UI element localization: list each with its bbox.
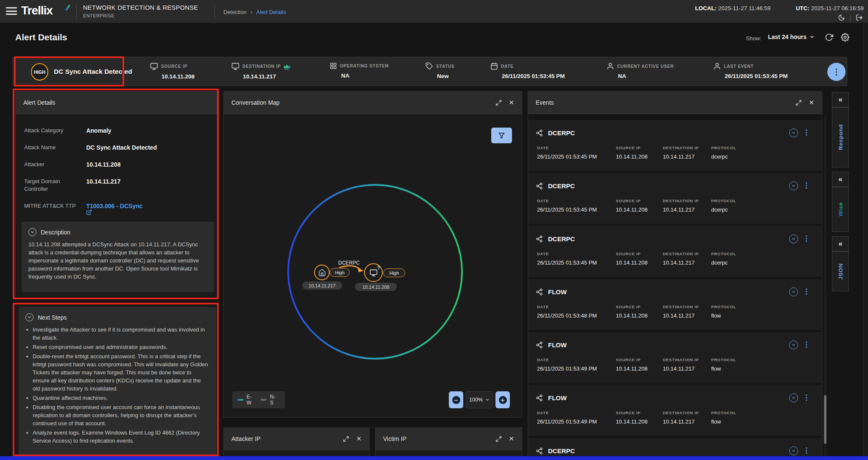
hamburger-menu-icon[interactable] [6, 7, 17, 16]
utc-time: UTC: 2025-11-27 06:16:59 [796, 5, 864, 11]
panel-title: Attacker IP [231, 435, 260, 442]
zoom-out-button[interactable]: − [449, 391, 463, 408]
alert-actions-menu-button[interactable]: ⋮ [827, 63, 846, 81]
mitre-ttp-link[interactable]: T1003.006 - DCSync [86, 203, 142, 215]
node-severity-badge: High [330, 268, 350, 277]
respond-tab-label: Respond [837, 124, 844, 150]
settings-gear-icon[interactable] [841, 33, 849, 42]
next-step-item: Analyze event logs. Examine Windows Even… [33, 429, 209, 445]
event-menu-icon[interactable]: ⋮ [803, 287, 810, 296]
legend-ns-label: N-S [270, 394, 278, 406]
chevron-down-icon [810, 34, 815, 39]
host-icon [150, 62, 158, 70]
wise-tab-label: Wise [837, 202, 844, 216]
event-card[interactable]: DCERPC ⋮ DATE 26/11/2025 01:53:45 PM SOU… [528, 173, 822, 224]
event-menu-icon[interactable]: ⋮ [803, 128, 810, 137]
node-attacker[interactable]: ? [364, 263, 383, 282]
event-menu-icon[interactable]: ⋮ [803, 234, 810, 243]
field-mitre-ttp: MITRE ATT&CK TTP T1003.006 - DCSync [24, 202, 143, 215]
logout-icon[interactable] [856, 14, 863, 21]
dark-mode-moon-icon[interactable] [838, 14, 845, 21]
share-network-icon [536, 182, 543, 190]
tag-icon [426, 62, 433, 70]
event-card[interactable]: DCERPC ⋮ DATE 26/11/2025 01:53:45 PM SOU… [528, 226, 822, 277]
close-panel-icon[interactable]: ✕ [356, 435, 362, 443]
tab-respond[interactable]: Respond [832, 107, 849, 167]
node-severity-badge: High [383, 268, 405, 277]
close-panel-icon[interactable]: ✕ [809, 99, 814, 106]
event-source-ip: SOURCE IP 10.14.11.208 [616, 357, 648, 372]
expand-panel-icon[interactable] [495, 100, 502, 106]
expand-event-icon[interactable] [789, 181, 798, 190]
panel-title: Conversation Map [231, 99, 280, 106]
collapse-section-icon[interactable] [28, 228, 36, 236]
expand-json-panel-icon[interactable]: « [832, 236, 849, 251]
breadcrumb-current: Alert Details [256, 9, 286, 15]
event-name: FLOW [548, 394, 567, 401]
event-protocol: PROTOCOL dcerpc [711, 198, 736, 213]
close-panel-icon[interactable]: ✕ [509, 435, 514, 443]
refresh-icon[interactable] [825, 33, 833, 42]
summary-field-operating-system: OPERATING SYSTEM NA [330, 62, 389, 79]
event-menu-icon[interactable]: ⋮ [803, 181, 810, 190]
divider [214, 4, 215, 19]
zoom-level-dropdown[interactable]: 100% [466, 391, 493, 408]
expand-panel-icon[interactable] [495, 436, 502, 442]
summary-field-source-ip: SOURCE IP 10.14.11.208 [150, 62, 195, 80]
event-menu-icon[interactable]: ⋮ [803, 446, 810, 455]
node-ip-label: 10.14.11.217 [302, 282, 342, 290]
event-protocol: PROTOCOL flow [711, 304, 736, 319]
summary-field-destination-ip: DESTINATION IP 10.14.11.217 [231, 62, 290, 80]
scrollbar-thumb[interactable] [824, 395, 826, 444]
expand-panel-icon[interactable] [796, 100, 802, 106]
event-name: FLOW [548, 288, 567, 296]
north-south-dash-icon [261, 399, 267, 401]
event-menu-icon[interactable]: ⋮ [803, 393, 810, 402]
tab-wise[interactable]: Wise [832, 187, 849, 232]
event-card[interactable]: FLOW ⋮ DATE 26/11/2025 01:53:49 PM SOURC… [528, 332, 822, 383]
expand-event-icon[interactable] [789, 393, 798, 402]
event-card[interactable]: FLOW ⋮ DATE 26/11/2025 01:53:49 PM SOURC… [528, 385, 822, 436]
field-attack-category: Attack Category Anomaly [24, 127, 111, 134]
panel-title: Victim IP [383, 435, 406, 442]
expand-event-icon[interactable] [789, 340, 798, 349]
map-legend: E-W N-S [232, 391, 285, 408]
chevron-down-icon [485, 398, 490, 402]
summary-field-current-active-user: CURRENT ACTIVE USER NA [606, 62, 674, 79]
next-step-item: Quarantine affected machines. [33, 394, 209, 402]
breadcrumb-parent[interactable]: Detection [223, 9, 247, 15]
event-card[interactable]: DCERPC ⋮ DATE 26/11/2025 01:53:45 PM SOU… [528, 120, 822, 171]
expand-event-icon[interactable] [789, 128, 798, 137]
tab-json[interactable]: JSON [832, 251, 849, 291]
event-menu-icon[interactable]: ⋮ [803, 340, 810, 349]
share-network-icon [536, 235, 543, 243]
event-card[interactable]: FLOW ⋮ DATE 26/11/2025 01:53:48 PM SOURC… [528, 279, 822, 330]
events-panel: Events ✕ DCERPC ⋮ [528, 91, 822, 460]
expand-event-icon[interactable] [789, 446, 798, 455]
share-network-icon [536, 447, 543, 454]
close-panel-icon[interactable]: ✕ [509, 99, 514, 106]
expand-event-icon[interactable] [789, 287, 798, 296]
summary-field-status: STATUS New [426, 62, 454, 79]
zoom-in-button[interactable]: + [495, 391, 510, 408]
event-protocol: PROTOCOL flow [711, 357, 736, 372]
event-name: DCERPC [548, 447, 575, 454]
expand-event-icon[interactable] [789, 234, 798, 243]
expand-panel-icon[interactable] [343, 436, 349, 442]
event-name: FLOW [548, 341, 567, 348]
next-steps-panel: Next Steps Investigate the Attacker to s… [15, 304, 220, 460]
node-target-dc[interactable] [314, 265, 330, 280]
time-range-dropdown[interactable]: Last 24 hours [768, 33, 815, 40]
events-scrollbar[interactable] [824, 115, 826, 456]
share-network-icon [536, 129, 543, 137]
field-attack-name: Attack Name DC Sync Attack Detected [24, 144, 157, 151]
collapse-section-icon[interactable] [25, 313, 33, 321]
field-target-domain-controller: Target Domain Controller 10.14.11.217 [24, 178, 120, 193]
next-steps-list: Investigate the Attacker to see if it is… [33, 326, 209, 445]
event-destination-ip: DESTINATION IP 10.14.11.217 [663, 410, 699, 425]
bottom-edge-strip [0, 456, 868, 460]
event-protocol: PROTOCOL dcerpc [711, 145, 736, 160]
expand-wise-panel-icon[interactable]: « [832, 172, 849, 187]
json-tab-label: JSON [837, 263, 844, 280]
expand-respond-panel-icon[interactable]: « [832, 92, 849, 107]
